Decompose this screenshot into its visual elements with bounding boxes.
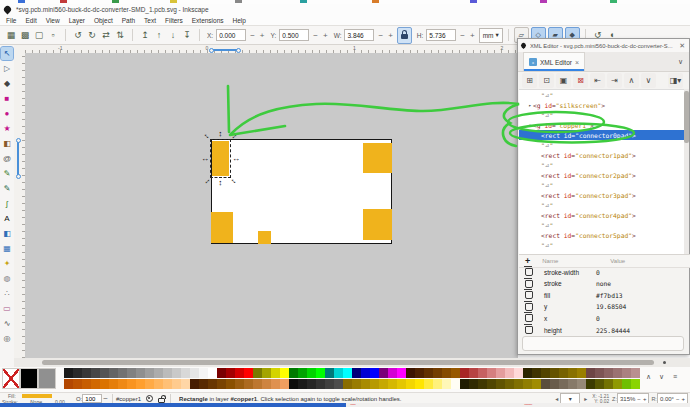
menu-layer[interactable]: Layer: [69, 17, 85, 24]
palette-swatch[interactable]: [514, 379, 523, 389]
xml-tree-node-connector4pad[interactable]: <rect id="connector4pad">: [519, 210, 684, 220]
palette-swatch[interactable]: [487, 368, 496, 378]
spray-tool[interactable]: ∴: [1, 287, 13, 300]
opacity-decrement-button[interactable]: −: [102, 394, 109, 403]
xml-tree-scrollbar[interactable]: [684, 89, 689, 254]
palette-swatch[interactable]: [595, 379, 604, 389]
select-all-icon[interactable]: ▦: [4, 28, 18, 42]
attribute-value[interactable]: 0: [596, 269, 600, 276]
palette-swatch[interactable]: [478, 368, 487, 378]
raise-to-top-icon[interactable]: ↥: [138, 28, 152, 42]
xml-tree-node-silkscreen[interactable]: ▸<g id="silkscreen">: [519, 100, 684, 110]
palette-swatch[interactable]: [244, 368, 253, 378]
prev-button[interactable]: ◂: [555, 395, 558, 402]
rotation-decrement-button[interactable]: −: [676, 396, 680, 402]
palette-swatch[interactable]: [262, 379, 271, 389]
spiral-tool[interactable]: @: [1, 152, 13, 165]
palette-swatch[interactable]: [235, 368, 244, 378]
palette-swatch[interactable]: [622, 368, 631, 378]
deselect-icon[interactable]: ▢: [32, 28, 46, 42]
palette-swatch[interactable]: [388, 379, 397, 389]
palette-swatch[interactable]: [73, 368, 82, 378]
palette-swatch[interactable]: [415, 368, 424, 378]
palette-swatch[interactable]: [505, 368, 514, 378]
palette-swatch[interactable]: [91, 379, 100, 389]
xml-tree-node-connector2pad[interactable]: <rect id="connector2pad">: [519, 170, 684, 180]
tweak-tool[interactable]: ◆: [1, 77, 13, 90]
new-text-node-icon[interactable]: ⊡: [539, 73, 554, 88]
palette-swatch[interactable]: [532, 368, 541, 378]
palette-swatch[interactable]: [118, 368, 127, 378]
palette-swatch[interactable]: [397, 379, 406, 389]
palette-swatch[interactable]: [586, 368, 595, 378]
attribute-row-y[interactable]: y19.68504: [519, 301, 690, 313]
palette-swatch[interactable]: [38, 368, 56, 389]
attribute-row-x[interactable]: x0: [519, 312, 690, 324]
delete-attribute-icon[interactable]: [525, 326, 533, 334]
palette-swatch[interactable]: [424, 368, 433, 378]
xml-tree-node-connector5pad[interactable]: <rect id="connector5pad">: [519, 230, 684, 240]
palette-swatch[interactable]: [100, 368, 109, 378]
attribute-value[interactable]: none: [596, 280, 611, 287]
palette-swatch[interactable]: [208, 379, 217, 389]
lock-ratio-toggle[interactable]: [397, 27, 412, 44]
attribute-value[interactable]: 0: [596, 315, 600, 322]
palette-swatch[interactable]: [271, 368, 280, 378]
palette-swatch[interactable]: [64, 379, 73, 389]
palette-swatch[interactable]: [577, 379, 586, 389]
palette-swatch[interactable]: [163, 379, 172, 389]
palette-swatch[interactable]: [622, 379, 631, 389]
menu-object[interactable]: Object: [94, 17, 113, 24]
delete-attribute-icon[interactable]: [525, 291, 533, 299]
palette-swatch[interactable]: [289, 379, 298, 389]
palette-swatch[interactable]: [433, 368, 442, 378]
palette-swatch[interactable]: [541, 368, 550, 378]
copper-pad[interactable]: [363, 209, 392, 240]
attribute-value[interactable]: 225.84444: [596, 327, 630, 334]
palette-swatch[interactable]: [442, 379, 451, 389]
xml-tree-node-connector0pad[interactable]: <rect id="connector0pad">: [519, 130, 684, 140]
rotate-cw-icon[interactable]: ↻: [85, 28, 99, 42]
palette-swatch[interactable]: [559, 379, 568, 389]
attribute-row-stroke[interactable]: strokenone: [519, 278, 690, 290]
xml-tree-text-node[interactable]: "⊿ ": [519, 160, 684, 170]
palette-swatch[interactable]: [190, 368, 199, 378]
menu-view[interactable]: View: [46, 17, 60, 24]
palette-swatch[interactable]: [127, 379, 136, 389]
delete-attribute-icon[interactable]: [525, 268, 533, 276]
xml-tree-text-node[interactable]: "⊿ ": [519, 140, 684, 150]
dropper-tool[interactable]: ✦: [1, 257, 13, 270]
palette-swatch[interactable]: [154, 368, 163, 378]
attribute-row-stroke-width[interactable]: stroke-width0: [519, 266, 690, 278]
palette-swatch[interactable]: [82, 379, 91, 389]
palette-swatch[interactable]: [496, 379, 505, 389]
palette-swatch[interactable]: [73, 379, 82, 389]
xml-tree-text-node[interactable]: "⊿ ": [519, 90, 684, 100]
pencil-tool[interactable]: ✎: [1, 167, 13, 180]
palette-swatch[interactable]: [433, 379, 442, 389]
palette-swatch[interactable]: [577, 368, 586, 378]
palette-swatch[interactable]: [82, 368, 91, 378]
eraser-tool[interactable]: ▭: [1, 302, 13, 315]
palette-swatch[interactable]: [91, 368, 100, 378]
palette-swatch[interactable]: [379, 368, 388, 378]
mesh-tool[interactable]: ▦: [1, 242, 13, 255]
xml-tree-node-connector1pad[interactable]: <rect id="connector1pad">: [519, 150, 684, 160]
palette-swatch[interactable]: [568, 379, 577, 389]
next-button[interactable]: ▸: [584, 395, 587, 402]
palette-swatch[interactable]: [361, 368, 370, 378]
attribute-row-fill[interactable]: fill#f7bd13: [519, 289, 690, 301]
xml-tree-text-node[interactable]: "⊿ ": [519, 180, 684, 190]
attribute-value[interactable]: 19.68504: [596, 303, 626, 310]
select-all-layers-icon[interactable]: ▩: [18, 28, 32, 42]
copper-pad[interactable]: [211, 212, 233, 243]
move-node-down-icon[interactable]: ∨: [641, 73, 656, 88]
palette-swatch[interactable]: [559, 368, 568, 378]
palette-swatch[interactable]: [109, 368, 118, 378]
palette-swatch[interactable]: [154, 379, 163, 389]
rectangle-tool[interactable]: ■: [1, 92, 13, 105]
palette-swatch[interactable]: [199, 379, 208, 389]
delete-attribute-icon[interactable]: [525, 303, 533, 311]
palette-swatch[interactable]: [550, 368, 559, 378]
scale-handle-icon[interactable]: ↔: [201, 155, 209, 163]
